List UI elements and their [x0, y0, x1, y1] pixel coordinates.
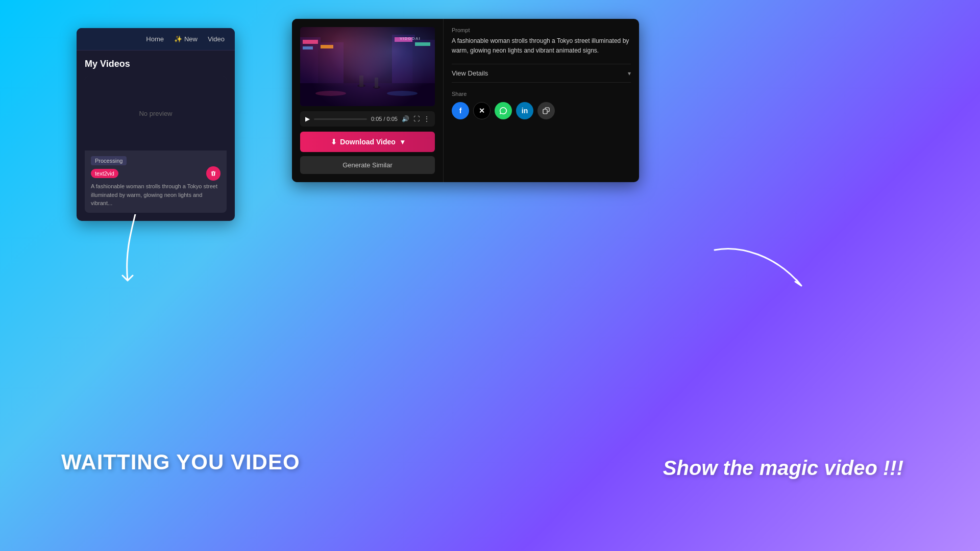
left-annotation: WAITTING YOU VIDEO	[61, 450, 300, 474]
download-icon: ⬇	[331, 138, 337, 146]
processing-badge: Processing	[91, 156, 127, 165]
download-video-button[interactable]: ⬇ Download Video ▾	[300, 132, 435, 152]
facebook-share-button[interactable]: f	[452, 102, 469, 119]
sparkle-icon: ✨	[174, 35, 182, 43]
dropdown-chevron-icon: ▾	[401, 138, 404, 146]
view-details-text[interactable]: View Details	[452, 69, 488, 77]
chevron-down-icon: ▾	[628, 70, 631, 77]
more-options-icon[interactable]: ⋮	[424, 115, 430, 122]
generate-similar-button[interactable]: Generate Similar	[300, 156, 435, 174]
arrow-left	[120, 214, 151, 296]
copy-link-button[interactable]	[537, 102, 555, 119]
fullscreen-icon[interactable]: ⛶	[413, 115, 420, 122]
panel-inner: VIDGOAI ▶ 0:05 / 0:05 🔊 ⛶ ⋮ ⬇ Download V…	[292, 19, 639, 182]
nav-new[interactable]: ✨ New	[174, 35, 198, 43]
arrow-right	[709, 245, 822, 301]
play-button[interactable]: ▶	[305, 115, 310, 122]
controls-row: ▶ 0:05 / 0:05 🔊 ⛶ ⋮	[305, 115, 430, 122]
linkedin-share-button[interactable]: in	[516, 102, 533, 119]
prompt-text: A fashionable woman strolls through a To…	[452, 36, 631, 56]
no-preview-text: No preview	[139, 110, 172, 117]
view-details-row[interactable]: View Details ▾	[452, 64, 631, 83]
nav-video[interactable]: Video	[208, 35, 225, 43]
progress-bar[interactable]	[314, 118, 367, 120]
whatsapp-share-button[interactable]	[495, 102, 512, 119]
panel-content: My Videos No preview Processing text2vid	[77, 51, 235, 221]
nav-bar: Home ✨ New Video	[77, 28, 235, 51]
neon-overlay	[300, 27, 435, 106]
right-annotation-text: Show the magic video !!!	[663, 457, 903, 480]
video-thumbnail: VIDGOAI	[300, 27, 435, 106]
thumbnail-scene: VIDGOAI	[300, 27, 435, 106]
prompt-label: Prompt	[452, 27, 631, 33]
volume-icon[interactable]: 🔊	[402, 115, 409, 122]
video-actions: ⬇ Download Video ▾ Generate Similar	[300, 132, 435, 174]
nav-home[interactable]: Home	[146, 35, 164, 43]
video-description: A fashionable woman strolls through a To…	[91, 182, 220, 208]
x-share-button[interactable]: ✕	[473, 102, 491, 119]
video-card: No preview Processing text2vid A fashion…	[85, 77, 227, 213]
right-annotation: Show the magic video !!!	[663, 457, 903, 480]
left-annotation-text: WAITTING YOU VIDEO	[61, 450, 300, 474]
my-videos-title: My Videos	[85, 59, 227, 69]
time-display: 0:05 / 0:05	[371, 116, 398, 122]
share-buttons: f ✕ in	[452, 102, 631, 119]
video-controls: ▶ 0:05 / 0:05 🔊 ⛶ ⋮	[300, 111, 435, 127]
svg-rect-18	[543, 109, 547, 114]
text2vid-badge: text2vid	[91, 169, 118, 178]
video-section: VIDGOAI ▶ 0:05 / 0:05 🔊 ⛶ ⋮ ⬇ Download V…	[292, 19, 443, 182]
video-card-footer: Processing text2vid A fashionable woman …	[85, 151, 227, 213]
share-label: Share	[452, 91, 631, 97]
video-viewer-panel: VIDGOAI ▶ 0:05 / 0:05 🔊 ⛶ ⋮ ⬇ Download V…	[292, 19, 639, 182]
video-preview-area: No preview	[85, 77, 227, 151]
info-section: Prompt A fashionable woman strolls throu…	[443, 19, 639, 182]
delete-button[interactable]	[206, 166, 220, 181]
my-videos-panel: Home ✨ New Video My Videos No preview Pr…	[77, 28, 235, 221]
